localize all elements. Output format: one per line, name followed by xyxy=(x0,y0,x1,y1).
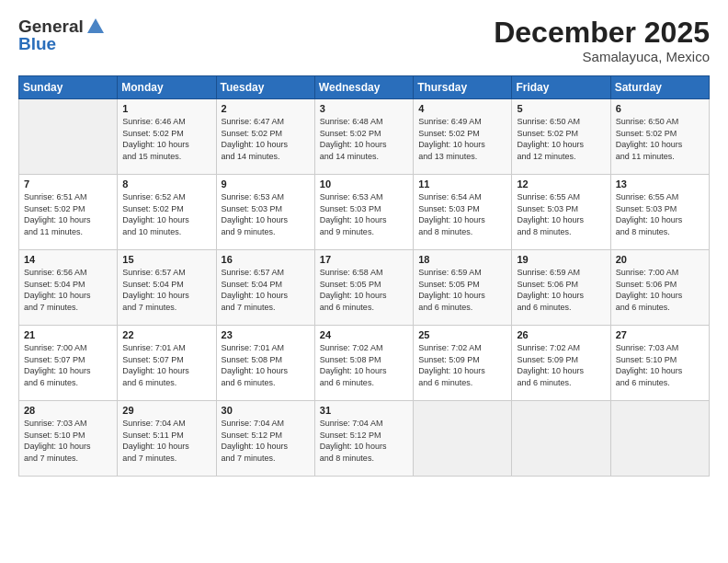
cell-info: Sunrise: 6:56 AM Sunset: 5:04 PM Dayligh… xyxy=(24,267,112,313)
calendar-cell: 7Sunrise: 6:51 AM Sunset: 5:02 PM Daylig… xyxy=(19,175,118,250)
day-number: 6 xyxy=(616,103,704,114)
cell-info: Sunrise: 6:50 AM Sunset: 5:02 PM Dayligh… xyxy=(616,116,704,162)
calendar-cell: 12Sunrise: 6:55 AM Sunset: 5:03 PM Dayli… xyxy=(512,175,610,250)
calendar-cell: 30Sunrise: 7:04 AM Sunset: 5:12 PM Dayli… xyxy=(216,401,314,477)
cell-info: Sunrise: 6:48 AM Sunset: 5:02 PM Dayligh… xyxy=(320,116,408,162)
calendar-cell: 17Sunrise: 6:58 AM Sunset: 5:05 PM Dayli… xyxy=(314,250,413,326)
day-number: 25 xyxy=(418,329,506,340)
calendar-cell: 16Sunrise: 6:57 AM Sunset: 5:04 PM Dayli… xyxy=(216,250,314,326)
cell-info: Sunrise: 7:01 AM Sunset: 5:07 PM Dayligh… xyxy=(122,342,210,388)
logo-general: General xyxy=(18,17,84,36)
calendar-cell: 25Sunrise: 7:02 AM Sunset: 5:09 PM Dayli… xyxy=(414,326,512,401)
day-number: 7 xyxy=(24,178,112,190)
cell-info: Sunrise: 7:03 AM Sunset: 5:10 PM Dayligh… xyxy=(616,342,704,388)
week-row-1: 1Sunrise: 6:46 AM Sunset: 5:02 PM Daylig… xyxy=(19,99,710,175)
cell-info: Sunrise: 7:02 AM Sunset: 5:09 PM Dayligh… xyxy=(418,342,506,388)
cell-info: Sunrise: 6:52 AM Sunset: 5:02 PM Dayligh… xyxy=(122,191,210,237)
day-number: 11 xyxy=(418,178,506,190)
cell-info: Sunrise: 6:54 AM Sunset: 5:03 PM Dayligh… xyxy=(418,191,506,237)
weekday-header-tuesday: Tuesday xyxy=(216,76,314,99)
day-number: 16 xyxy=(222,254,310,265)
cell-info: Sunrise: 6:46 AM Sunset: 5:02 PM Dayligh… xyxy=(122,116,210,162)
calendar-cell: 6Sunrise: 6:50 AM Sunset: 5:02 PM Daylig… xyxy=(610,99,709,175)
calendar-cell: 1Sunrise: 6:46 AM Sunset: 5:02 PM Daylig… xyxy=(118,99,216,175)
day-number: 23 xyxy=(222,329,310,340)
cell-info: Sunrise: 6:57 AM Sunset: 5:04 PM Dayligh… xyxy=(222,267,310,313)
week-row-3: 14Sunrise: 6:56 AM Sunset: 5:04 PM Dayli… xyxy=(19,250,710,326)
cell-info: Sunrise: 6:53 AM Sunset: 5:03 PM Dayligh… xyxy=(222,191,310,237)
cell-info: Sunrise: 7:02 AM Sunset: 5:08 PM Dayligh… xyxy=(320,342,408,388)
logo-icon xyxy=(85,17,106,37)
calendar-cell: 11Sunrise: 6:54 AM Sunset: 5:03 PM Dayli… xyxy=(414,175,512,250)
cell-info: Sunrise: 6:51 AM Sunset: 5:02 PM Dayligh… xyxy=(24,191,112,237)
day-number: 21 xyxy=(24,329,112,340)
day-number: 5 xyxy=(517,103,605,114)
cell-info: Sunrise: 7:01 AM Sunset: 5:08 PM Dayligh… xyxy=(222,342,310,388)
cell-info: Sunrise: 6:47 AM Sunset: 5:02 PM Dayligh… xyxy=(222,116,310,162)
day-number: 18 xyxy=(418,254,506,265)
calendar-cell: 9Sunrise: 6:53 AM Sunset: 5:03 PM Daylig… xyxy=(216,175,314,250)
day-number: 28 xyxy=(24,405,112,416)
calendar-cell: 24Sunrise: 7:02 AM Sunset: 5:08 PM Dayli… xyxy=(314,326,413,401)
day-number: 24 xyxy=(320,329,408,340)
calendar-cell: 29Sunrise: 7:04 AM Sunset: 5:11 PM Dayli… xyxy=(118,401,216,477)
cell-info: Sunrise: 6:50 AM Sunset: 5:02 PM Dayligh… xyxy=(517,116,605,162)
calendar-cell: 26Sunrise: 7:02 AM Sunset: 5:09 PM Dayli… xyxy=(512,326,610,401)
day-number: 15 xyxy=(122,254,210,265)
calendar-cell: 10Sunrise: 6:53 AM Sunset: 5:03 PM Dayli… xyxy=(314,175,413,250)
day-number: 26 xyxy=(517,329,605,340)
calendar-cell xyxy=(19,99,118,175)
day-number: 30 xyxy=(222,405,310,416)
weekday-header-saturday: Saturday xyxy=(610,76,709,99)
calendar-cell xyxy=(414,401,512,477)
cell-info: Sunrise: 7:04 AM Sunset: 5:12 PM Dayligh… xyxy=(320,418,408,464)
day-number: 8 xyxy=(122,178,210,190)
weekday-header-thursday: Thursday xyxy=(414,76,512,99)
calendar-cell xyxy=(512,401,610,477)
logo-blue: Blue xyxy=(18,35,106,54)
day-number: 13 xyxy=(616,178,704,190)
weekday-header-row: SundayMondayTuesdayWednesdayThursdayFrid… xyxy=(19,76,710,99)
day-number: 22 xyxy=(122,329,210,340)
day-number: 17 xyxy=(320,254,408,265)
day-number: 27 xyxy=(616,329,704,340)
month-title: December 2025 xyxy=(494,17,710,49)
week-row-4: 21Sunrise: 7:00 AM Sunset: 5:07 PM Dayli… xyxy=(19,326,710,401)
day-number: 10 xyxy=(320,178,408,190)
calendar-cell: 21Sunrise: 7:00 AM Sunset: 5:07 PM Dayli… xyxy=(19,326,118,401)
calendar-cell: 22Sunrise: 7:01 AM Sunset: 5:07 PM Dayli… xyxy=(118,326,216,401)
week-row-5: 28Sunrise: 7:03 AM Sunset: 5:10 PM Dayli… xyxy=(19,401,710,477)
calendar-cell: 27Sunrise: 7:03 AM Sunset: 5:10 PM Dayli… xyxy=(610,326,709,401)
cell-info: Sunrise: 6:58 AM Sunset: 5:05 PM Dayligh… xyxy=(320,267,408,313)
weekday-header-friday: Friday xyxy=(512,76,610,99)
day-number: 2 xyxy=(222,103,310,114)
calendar-cell: 8Sunrise: 6:52 AM Sunset: 5:02 PM Daylig… xyxy=(118,175,216,250)
calendar-cell: 31Sunrise: 7:04 AM Sunset: 5:12 PM Dayli… xyxy=(314,401,413,477)
calendar-cell: 4Sunrise: 6:49 AM Sunset: 5:02 PM Daylig… xyxy=(414,99,512,175)
logo: General Blue xyxy=(18,17,106,54)
calendar-cell: 19Sunrise: 6:59 AM Sunset: 5:06 PM Dayli… xyxy=(512,250,610,326)
day-number: 1 xyxy=(122,103,210,114)
calendar-cell: 5Sunrise: 6:50 AM Sunset: 5:02 PM Daylig… xyxy=(512,99,610,175)
day-number: 20 xyxy=(616,254,704,265)
cell-info: Sunrise: 6:53 AM Sunset: 5:03 PM Dayligh… xyxy=(320,191,408,237)
cell-info: Sunrise: 7:04 AM Sunset: 5:11 PM Dayligh… xyxy=(122,418,210,464)
calendar-cell: 20Sunrise: 7:00 AM Sunset: 5:06 PM Dayli… xyxy=(610,250,709,326)
cell-info: Sunrise: 7:00 AM Sunset: 5:07 PM Dayligh… xyxy=(24,342,112,388)
cell-info: Sunrise: 6:55 AM Sunset: 5:03 PM Dayligh… xyxy=(517,191,605,237)
calendar-cell: 28Sunrise: 7:03 AM Sunset: 5:10 PM Dayli… xyxy=(19,401,118,477)
cell-info: Sunrise: 7:00 AM Sunset: 5:06 PM Dayligh… xyxy=(616,267,704,313)
calendar-cell: 23Sunrise: 7:01 AM Sunset: 5:08 PM Dayli… xyxy=(216,326,314,401)
day-number: 12 xyxy=(517,178,605,190)
cell-info: Sunrise: 6:59 AM Sunset: 5:06 PM Dayligh… xyxy=(517,267,605,313)
weekday-header-wednesday: Wednesday xyxy=(314,76,413,99)
cell-info: Sunrise: 6:57 AM Sunset: 5:04 PM Dayligh… xyxy=(122,267,210,313)
calendar-cell: 15Sunrise: 6:57 AM Sunset: 5:04 PM Dayli… xyxy=(118,250,216,326)
location-title: Samalayuca, Mexico xyxy=(494,49,710,64)
calendar-cell: 18Sunrise: 6:59 AM Sunset: 5:05 PM Dayli… xyxy=(414,250,512,326)
day-number: 31 xyxy=(320,405,408,416)
cell-info: Sunrise: 7:04 AM Sunset: 5:12 PM Dayligh… xyxy=(222,418,310,464)
day-number: 3 xyxy=(320,103,408,114)
weekday-header-sunday: Sunday xyxy=(19,76,118,99)
calendar-cell: 2Sunrise: 6:47 AM Sunset: 5:02 PM Daylig… xyxy=(216,99,314,175)
